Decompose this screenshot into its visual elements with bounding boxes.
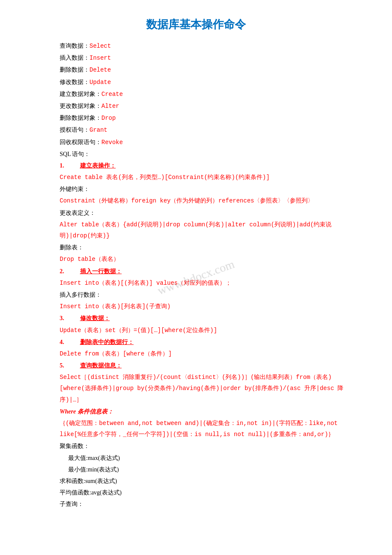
keyword-drop: Drop — [101, 115, 116, 121]
s2-multi-text: 插入多行数据： — [60, 292, 101, 298]
s1-drop-text: 删除表： — [60, 244, 84, 251]
line-select: 查询数据：Select — [60, 40, 358, 52]
agg-max-text: 最大值:max(表达式) — [68, 455, 120, 461]
keyword-delete: Delete — [89, 66, 111, 73]
s1-wk-text: 外键约束： — [60, 186, 89, 192]
s4-num: 4. — [60, 339, 64, 345]
label-delete: 删除数据： — [60, 66, 89, 73]
s1-drop-label: 删除表： — [60, 242, 358, 253]
s1-code1-text: Create table 表名(列名，列类型…)[Constraint(约束名称… — [60, 174, 270, 181]
where-content: ｛(确定范围：between and,not between and)|(确定集… — [60, 418, 358, 440]
s1-code2-text: Constraint（外键名称）foreign key（作为外键的列）refer… — [60, 197, 314, 204]
s3-code1-text: Update（表名）set（列）=(值)[…][where(定位条件)] — [60, 327, 217, 334]
s3-code1: Update（表名）set（列）=(值)[…][where(定位条件)] — [60, 325, 358, 336]
section4-heading: 4. 删除表中的数据行： — [60, 337, 358, 347]
s1-num: 1. — [60, 162, 64, 169]
keyword-create: Create — [101, 91, 123, 98]
agg-min-text: 最小值:min(表达式) — [68, 466, 119, 473]
s1-code1: Create table 表名(列名，列类型…)[Constraint(约束名称… — [60, 172, 358, 183]
s1-alter-label: 更改表定义： — [60, 208, 358, 218]
s1-wk-label: 外键约束： — [60, 184, 358, 194]
s1-code3-text: Alter table（表名）{add(列说明)|drop column(列名)… — [60, 221, 331, 239]
s5-code1: Select［(distinct 消除重复行)/(count〈distinct〉… — [60, 372, 358, 405]
line-drop: 删除数据对象：Drop — [60, 113, 358, 124]
s2-title: 插入一行数据： — [80, 268, 122, 275]
label-sql: SQL 语句： — [60, 151, 90, 157]
agg-min: 最小值:min(表达式) — [68, 464, 358, 475]
label-grant: 授权语句： — [60, 127, 89, 133]
label-query: 查询数据： — [60, 43, 89, 49]
line-grant: 授权语句：Grant — [60, 124, 358, 136]
s2-num: 2. — [60, 268, 64, 275]
where-content-text: ｛(确定范围：between and,not between and)|(确定集… — [60, 420, 337, 438]
label-alter: 更改数据对象： — [60, 103, 101, 109]
label-create: 建立数据对象： — [60, 91, 101, 97]
s1-code4: Drop table（表名） — [60, 254, 358, 265]
avg-func: 平均值函数:avg(表达式) — [60, 487, 358, 498]
keyword-insert: Insert — [89, 55, 111, 61]
label-update: 修改数据： — [60, 79, 89, 85]
subquery: 子查询： — [60, 499, 358, 509]
where-title-text: Where 条件信息表： — [60, 408, 113, 415]
label-revoke: 回收权限语句： — [60, 139, 101, 145]
s1-code2: Constraint（外键名称）foreign key（作为外键的列）refer… — [60, 195, 358, 206]
line-alter: 更改数据对象：Alter — [60, 101, 358, 112]
s1-title: 建立表操作： — [80, 162, 116, 169]
line-revoke: 回收权限语句：Revoke — [60, 137, 358, 148]
s1-alter-text: 更改表定义： — [60, 210, 95, 216]
s2-code2: Insert into（表名)[列名表](子查询) — [60, 301, 358, 312]
avg-func-text: 平均值函数:avg(表达式) — [60, 489, 121, 496]
agg-title-text: 聚集函数： — [60, 443, 89, 449]
section2-heading: 2. 插入一行数据： — [60, 266, 358, 277]
s5-title: 查询数据信息： — [80, 362, 122, 369]
s1-code3: Alter table（表名）{add(列说明)|drop column(列名)… — [60, 219, 358, 241]
line-create: 建立数据对象：Create — [60, 89, 358, 100]
where-heading: Where 条件信息表： — [60, 406, 358, 417]
s5-num: 5. — [60, 362, 64, 369]
line-delete: 删除数据：Delete — [60, 64, 358, 75]
main-content: 查询数据：Select 插入数据：Insert 删除数据：Delete 修改数据… — [34, 40, 358, 510]
s1-code4-text: Drop table（表名） — [60, 256, 119, 263]
keyword-select: Select — [89, 43, 111, 49]
s2-code2-text: Insert into（表名)[列名表](子查询) — [60, 303, 170, 310]
label-drop: 删除数据对象： — [60, 115, 101, 121]
keyword-update: Update — [89, 79, 111, 86]
s2-multi-label: 插入多行数据： — [60, 289, 358, 300]
line-update: 修改数据：Update — [60, 77, 358, 88]
section1-heading: 1. 建立表操作： — [60, 160, 358, 171]
s2-code1: Insert into（表名)[(列名表)] values（对应列的值表）； — [60, 278, 358, 289]
section3-heading: 3. 修改数据： — [60, 313, 358, 324]
s4-code1: Delete from（表名）[where（条件）] — [60, 348, 358, 359]
keyword-grant: Grant — [89, 127, 107, 133]
section5-heading: 5. 查询数据信息： — [60, 360, 358, 371]
agg-max: 最大值:max(表达式) — [68, 453, 358, 463]
sum-func-text: 求和函数:sum(表达式) — [60, 478, 117, 484]
line-insert: 插入数据：Insert — [60, 52, 358, 64]
label-insert: 插入数据： — [60, 55, 89, 61]
s3-num: 3. — [60, 315, 64, 321]
subquery-text: 子查询： — [60, 501, 84, 507]
s3-title: 修改数据： — [80, 315, 110, 321]
s4-code1-text: Delete from（表名）[where（条件）] — [60, 350, 172, 357]
line-sql: SQL 语句： — [60, 149, 358, 159]
s2-code1-text: Insert into（表名)[(列名表)] values（对应列的值表）； — [60, 280, 231, 286]
keyword-alter: Alter — [101, 103, 119, 110]
agg-title: 聚集函数： — [60, 441, 358, 451]
s5-code1-text: Select［(distinct 消除重复行)/(count〈distinct〉… — [60, 374, 343, 403]
keyword-revoke: Revoke — [101, 139, 123, 146]
page-title: 数据库基本操作命令 — [34, 17, 358, 32]
s4-title: 删除表中的数据行： — [80, 339, 134, 345]
sum-func: 求和函数:sum(表达式) — [60, 476, 358, 486]
